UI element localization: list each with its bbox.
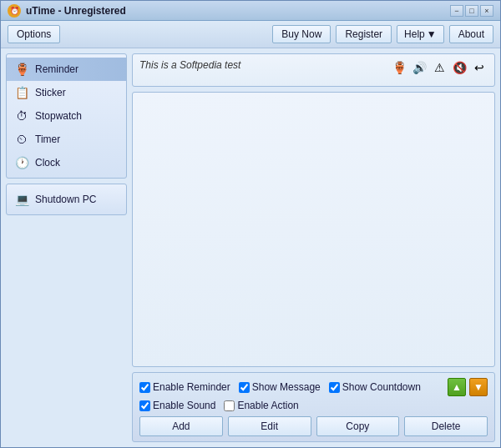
shutdown-icon: 💻: [13, 191, 30, 208]
sidebar-item-label-clock: Clock: [35, 157, 60, 169]
edit-button[interactable]: Edit: [228, 416, 311, 436]
message-icons: 🏺 🔊 ⚠ 🔇 ↩: [391, 59, 488, 76]
help-label: Help: [404, 28, 425, 40]
show-countdown-input[interactable]: [329, 382, 340, 393]
title-bar-left: ⏰ uTime - Unregistered: [8, 4, 126, 18]
sidebar-item-sticker[interactable]: 📋 Sticker: [7, 81, 126, 104]
enable-sound-input[interactable]: [139, 400, 150, 411]
show-message-label: Show Message: [252, 381, 321, 393]
up-arrow-button[interactable]: ▲: [448, 378, 466, 396]
minimize-button[interactable]: −: [450, 5, 463, 17]
options-area: Enable Reminder Show Message Show Countd…: [132, 372, 495, 442]
list-area: [132, 92, 495, 367]
message-sound-icon[interactable]: 🔊: [411, 59, 428, 76]
stopwatch-icon: ⏱: [13, 108, 30, 124]
show-countdown-label: Show Countdown: [342, 381, 421, 393]
message-area: This is a Softpedia test 🏺 🔊 ⚠ 🔇 ↩: [132, 53, 495, 87]
show-message-checkbox[interactable]: Show Message: [239, 381, 321, 393]
options-button[interactable]: Options: [8, 25, 60, 43]
enable-reminder-checkbox[interactable]: Enable Reminder: [139, 381, 230, 393]
buynow-button[interactable]: Buy Now: [272, 25, 331, 43]
sidebar: 🏺 Reminder 📋 Sticker ⏱ Stopwatch ⏲ Timer…: [6, 53, 127, 442]
sidebar-item-shutdown[interactable]: 💻 Shutdown PC: [7, 188, 126, 211]
sidebar-item-timer[interactable]: ⏲ Timer: [7, 128, 126, 151]
message-text: This is a Softpedia test: [139, 59, 240, 71]
enable-action-label: Enable Action: [237, 400, 298, 411]
maximize-button[interactable]: □: [465, 5, 478, 17]
enable-sound-checkbox[interactable]: Enable Sound: [139, 400, 215, 411]
show-countdown-checkbox[interactable]: Show Countdown: [329, 381, 421, 393]
sticker-icon: 📋: [13, 84, 30, 101]
delete-button[interactable]: Delete: [404, 416, 488, 436]
message-reply-icon[interactable]: ↩: [471, 59, 488, 76]
right-panel: This is a Softpedia test 🏺 🔊 ⚠ 🔇 ↩ Enabl: [132, 53, 495, 442]
title-bar: ⏰ uTime - Unregistered − □ ×: [1, 1, 500, 21]
main-window: ⏰ uTime - Unregistered − □ × Options Buy…: [0, 0, 501, 448]
help-button[interactable]: Help ▼: [397, 25, 444, 43]
toolbar: Options Buy Now Register Help ▼ About: [1, 21, 500, 48]
about-button[interactable]: About: [449, 25, 493, 43]
down-arrow-button[interactable]: ▼: [469, 378, 488, 396]
add-button[interactable]: Add: [139, 416, 223, 436]
show-message-input[interactable]: [239, 382, 250, 393]
sidebar-item-clock[interactable]: 🕐 Clock: [7, 151, 126, 174]
timer-icon: ⏲: [13, 131, 30, 148]
enable-sound-label: Enable Sound: [153, 400, 215, 411]
enable-action-checkbox[interactable]: Enable Action: [224, 400, 298, 411]
help-arrow-icon: ▼: [427, 28, 437, 40]
action-buttons: Add Edit Copy Delete: [139, 416, 488, 436]
message-warning-icon[interactable]: ⚠: [431, 59, 448, 76]
close-button[interactable]: ×: [480, 5, 493, 17]
enable-action-input[interactable]: [224, 400, 235, 411]
main-content: 🏺 Reminder 📋 Sticker ⏱ Stopwatch ⏲ Timer…: [1, 48, 500, 447]
options-row-1: Enable Reminder Show Message Show Countd…: [139, 378, 488, 396]
sidebar-item-stopwatch[interactable]: ⏱ Stopwatch: [7, 104, 126, 128]
window-title: uTime - Unregistered: [26, 5, 126, 17]
message-bell-icon[interactable]: 🏺: [391, 59, 407, 76]
app-icon: ⏰: [8, 4, 21, 18]
sidebar-nav-panel: 🏺 Reminder 📋 Sticker ⏱ Stopwatch ⏲ Timer…: [6, 53, 127, 179]
sidebar-item-label-stopwatch: Stopwatch: [35, 110, 82, 122]
sidebar-item-label-shutdown: Shutdown PC: [35, 194, 96, 205]
sidebar-item-reminder[interactable]: 🏺 Reminder: [7, 58, 126, 81]
reminder-icon: 🏺: [13, 61, 30, 78]
enable-reminder-label: Enable Reminder: [153, 381, 230, 393]
shutdown-panel: 💻 Shutdown PC: [6, 184, 127, 215]
message-mute-icon[interactable]: 🔇: [451, 59, 468, 76]
sidebar-item-label-timer: Timer: [35, 133, 60, 145]
register-button[interactable]: Register: [336, 25, 392, 43]
sidebar-item-label-reminder: Reminder: [35, 63, 78, 75]
options-row-2: Enable Sound Enable Action: [139, 400, 488, 411]
arrow-buttons: ▲ ▼: [448, 378, 488, 396]
title-bar-controls: − □ ×: [450, 5, 493, 17]
clock-icon: 🕐: [13, 154, 30, 171]
enable-reminder-input[interactable]: [139, 382, 150, 393]
copy-button[interactable]: Copy: [316, 416, 400, 436]
sidebar-item-label-sticker: Sticker: [35, 87, 66, 98]
